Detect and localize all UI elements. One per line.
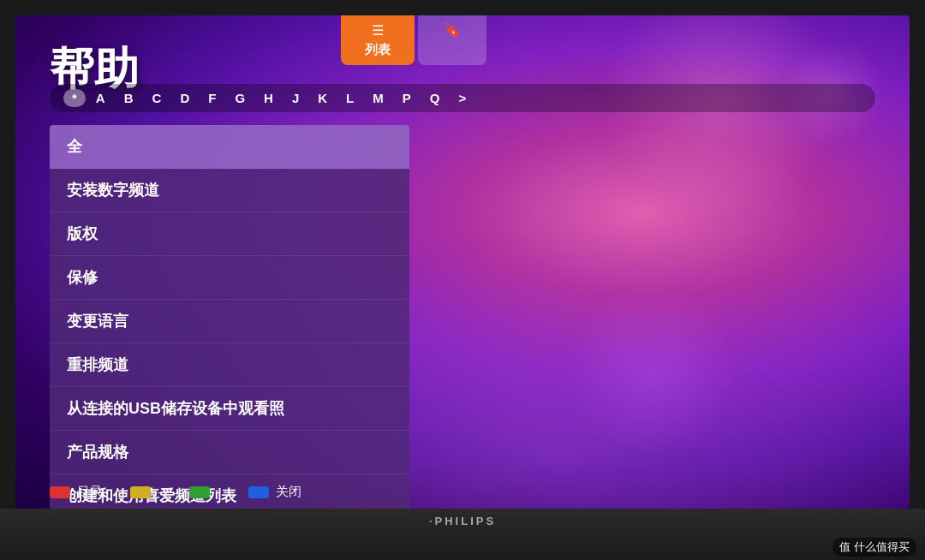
philips-logo: ·PHILIPS <box>429 515 496 527</box>
btn-minus2[interactable]: - <box>189 485 221 499</box>
btn-close-label: 关闭 <box>276 484 301 500</box>
alpha-K[interactable]: K <box>309 89 336 107</box>
btn-minus1[interactable]: - <box>130 485 162 499</box>
list-icon: ☰ <box>372 22 384 39</box>
alpha-more[interactable]: > <box>450 89 474 107</box>
menu-item-7[interactable]: 产品规格 <box>50 431 409 474</box>
bottom-bar: 目录 - - 关闭 <box>50 484 875 500</box>
screen: 帮助 ☰ 列表 🔖 * A B C D F G <box>15 15 910 509</box>
bezel-left <box>0 0 15 509</box>
red-button[interactable] <box>50 486 70 498</box>
menu-item-all[interactable]: 全 <box>50 125 409 169</box>
alpha-C[interactable]: C <box>144 89 170 107</box>
menu-item-3[interactable]: 保修 <box>50 256 409 300</box>
alpha-F[interactable]: F <box>200 89 224 107</box>
alpha-Q[interactable]: Q <box>421 89 449 107</box>
menu-list: 全 安装数字频道 版权 保修 变更语言 重排频道 从连接的USB储存设备中观看照… <box>50 125 409 509</box>
btn-minus1-label: - <box>158 485 162 499</box>
btn-directory-label: 目录 <box>77 484 103 500</box>
menu-item-6[interactable]: 从连接的USB储存设备中观看照 <box>50 387 409 431</box>
bezel-right <box>910 0 925 509</box>
tab-list[interactable]: ☰ 列表 <box>341 15 415 65</box>
menu-item-4[interactable]: 变更语言 <box>50 300 409 343</box>
green-button[interactable] <box>189 486 210 498</box>
bezel-top <box>0 0 925 15</box>
btn-close[interactable]: 关闭 <box>248 484 301 500</box>
alpha-H[interactable]: H <box>255 89 282 107</box>
btn-minus2-label: - <box>217 485 221 499</box>
alpha-B[interactable]: B <box>116 89 142 107</box>
alphabet-bar: * A B C D F G H J K L M P Q > <box>50 84 875 112</box>
bezel-bottom: ·PHILIPS <box>0 509 925 560</box>
alpha-M[interactable]: M <box>364 89 392 107</box>
alpha-star[interactable]: * <box>63 89 86 107</box>
alpha-P[interactable]: P <box>394 89 420 107</box>
btn-directory[interactable]: 目录 <box>50 484 103 500</box>
menu-item-1[interactable]: 安装数字频道 <box>50 169 409 212</box>
alpha-J[interactable]: J <box>283 89 307 107</box>
tab-bookmark[interactable]: 🔖 <box>418 15 486 65</box>
alpha-D[interactable]: D <box>171 89 198 107</box>
menu-item-5[interactable]: 重排频道 <box>50 343 409 387</box>
bookmark-icon: 🔖 <box>444 22 461 39</box>
watermark: 值 什么值得买 <box>832 538 916 557</box>
tab-bar: ☰ 列表 🔖 <box>341 15 486 65</box>
menu-item-2[interactable]: 版权 <box>50 212 409 256</box>
yellow-button[interactable] <box>130 486 151 498</box>
alpha-A[interactable]: A <box>87 89 114 107</box>
tv-frame: ·PHILIPS 帮助 ☰ 列表 🔖 <box>0 0 925 560</box>
blue-button[interactable] <box>248 486 269 498</box>
alpha-G[interactable]: G <box>226 89 254 107</box>
content: 帮助 ☰ 列表 🔖 * A B C D F G <box>15 15 910 509</box>
tab-list-label: 列表 <box>365 42 391 58</box>
alpha-L[interactable]: L <box>337 89 362 107</box>
